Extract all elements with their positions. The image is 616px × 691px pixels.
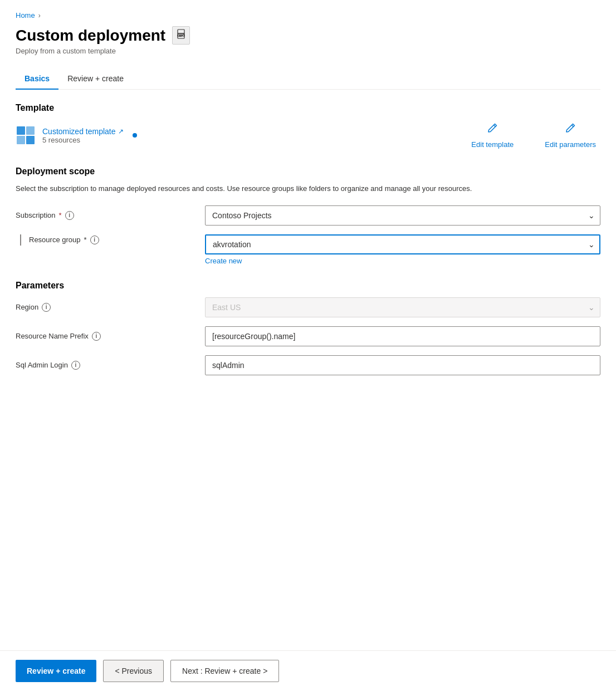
parameters-label: Parameters [16, 281, 600, 291]
print-button[interactable] [172, 26, 190, 45]
resource-name-prefix-input[interactable] [205, 326, 600, 346]
region-info-icon[interactable]: i [42, 303, 51, 312]
template-actions: Edit template Edit parameters [467, 120, 600, 151]
resource-name-prefix-label: Resource Name Prefix [16, 332, 89, 340]
region-label: Region [16, 303, 38, 311]
external-link-icon: ↗ [118, 128, 124, 135]
sql-admin-login-info-icon[interactable]: i [71, 361, 80, 370]
resource-group-label: Resource group [29, 236, 81, 244]
tab-basics[interactable]: Basics [16, 68, 58, 90]
edit-parameters-button[interactable]: Edit parameters [540, 120, 600, 151]
template-section-label: Template [16, 103, 600, 113]
region-row: Region i East US ⌄ [16, 297, 600, 317]
subscription-select[interactable]: Contoso Projects [205, 205, 600, 226]
resource-group-info-icon[interactable]: i [90, 236, 99, 244]
sql-admin-login-label: Sql Admin Login [16, 361, 68, 369]
template-section: Template Customized template ↗ [16, 103, 600, 151]
resource-group-row: Resource group * i akvrotation ⌄ Create … [16, 234, 600, 265]
review-create-button[interactable]: Review + create [16, 660, 96, 682]
tab-review-create[interactable]: Review + create [58, 68, 133, 90]
svg-point-4 [183, 34, 184, 35]
sql-admin-login-input[interactable] [205, 355, 600, 375]
page-title: Custom deployment [16, 27, 165, 45]
breadcrumb-chevron: › [38, 12, 41, 19]
template-link[interactable]: Customized template ↗ [42, 127, 124, 136]
deployment-scope-section: Deployment scope Select the subscription… [16, 166, 600, 265]
svg-rect-2 [179, 35, 183, 36]
page-subtitle: Deploy from a custom template [16, 47, 600, 55]
subscription-required-marker: * [59, 211, 62, 219]
subscription-info-icon[interactable]: i [65, 211, 74, 220]
svg-rect-6 [26, 126, 35, 135]
tabs-container: Basics Review + create [16, 68, 600, 90]
blue-dot-indicator [133, 133, 137, 138]
template-resources-text: 5 resources [42, 136, 124, 144]
template-card: Customized template ↗ 5 resources [16, 125, 137, 145]
breadcrumb: Home › [16, 11, 600, 19]
svg-rect-7 [17, 136, 25, 144]
home-link[interactable]: Home [16, 11, 35, 19]
svg-rect-5 [17, 126, 25, 135]
svg-rect-0 [178, 30, 184, 33]
previous-button[interactable]: < Previous [103, 660, 164, 682]
subscription-row: Subscription * i Contoso Projects ⌄ [16, 205, 600, 226]
subscription-label: Subscription [16, 211, 56, 219]
parameters-section: Parameters Region i East US ⌄ Resource N… [16, 281, 600, 375]
deployment-scope-label: Deployment scope [16, 166, 600, 177]
edit-template-button[interactable]: Edit template [467, 120, 518, 151]
edit-parameters-icon [564, 122, 576, 137]
resource-name-prefix-row: Resource Name Prefix i [16, 326, 600, 346]
edit-parameters-label: Edit parameters [545, 140, 596, 149]
resource-name-prefix-info-icon[interactable]: i [92, 332, 101, 341]
footer: Review + create < Previous Next : Review… [0, 650, 616, 691]
resource-group-select[interactable]: akvrotation [205, 234, 600, 254]
svg-rect-3 [179, 36, 182, 37]
edit-template-label: Edit template [471, 140, 514, 149]
deployment-scope-description: Select the subscription to manage deploy… [16, 183, 517, 194]
svg-rect-8 [26, 136, 35, 144]
create-new-link[interactable]: Create new [205, 257, 600, 265]
next-button[interactable]: Next : Review + create > [170, 660, 279, 682]
resource-group-required-marker: * [84, 236, 87, 244]
template-grid-icon [16, 125, 36, 145]
edit-template-icon [486, 122, 498, 137]
sql-admin-login-row: Sql Admin Login i [16, 355, 600, 375]
region-select[interactable]: East US [205, 297, 600, 317]
